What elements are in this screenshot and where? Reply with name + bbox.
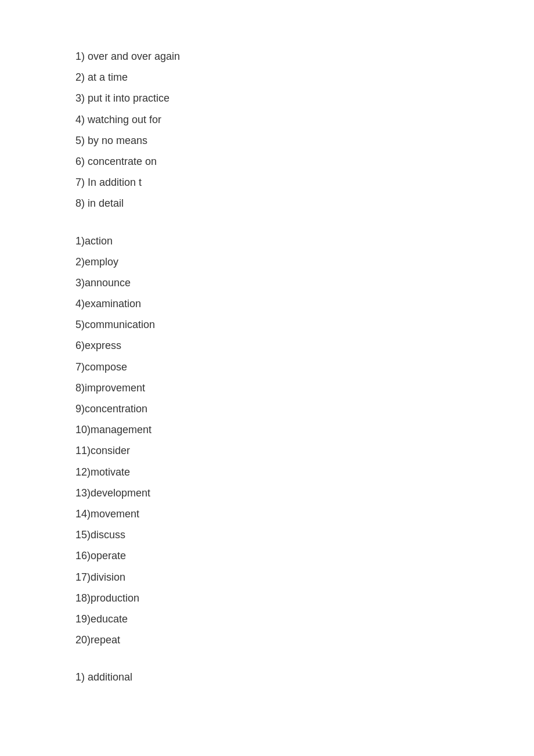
list-item: 6)express (75, 336, 534, 355)
list-item: 7)compose (75, 357, 534, 377)
list-item: 12)motivate (75, 462, 534, 482)
list-item: 13)development (75, 483, 534, 503)
list-item: 17)division (75, 567, 534, 587)
main-content: 1) over and over again2) at a time3) put… (0, 0, 534, 735)
list-item: 2)employ (75, 252, 534, 272)
list-item: 7) In addition t (75, 172, 534, 192)
list-item: 3) put it into practice (75, 88, 534, 108)
list-item: 5) by no means (75, 131, 534, 150)
list-item: 18)production (75, 588, 534, 608)
list-item: 1) additional (75, 667, 534, 687)
list-item: 9)concentration (75, 399, 534, 419)
list-item: 5)communication (75, 315, 534, 334)
list-item: 6) concentrate on (75, 152, 534, 171)
section-1: 1) over and over again2) at a time3) put… (75, 46, 534, 214)
list-item: 16)operate (75, 546, 534, 566)
list-item: 14)movement (75, 504, 534, 524)
list-item: 10)management (75, 420, 534, 440)
list-item: 20)repeat (75, 630, 534, 650)
list-item: 1) over and over again (75, 46, 534, 66)
list-item: 4) watching out for (75, 110, 534, 129)
section-2: 1)action2)employ3)announce4)examination5… (75, 231, 534, 650)
list-item: 11)consider (75, 441, 534, 460)
section-3: 1) additional (75, 667, 534, 687)
list-item: 15)discuss (75, 525, 534, 545)
list-item: 8)improvement (75, 378, 534, 398)
list-item: 19)educate (75, 609, 534, 629)
list-item: 2) at a time (75, 67, 534, 87)
list-item: 1)action (75, 231, 534, 251)
list-item: 4)examination (75, 294, 534, 314)
list-item: 3)announce (75, 273, 534, 293)
list-item: 8) in detail (75, 193, 534, 213)
